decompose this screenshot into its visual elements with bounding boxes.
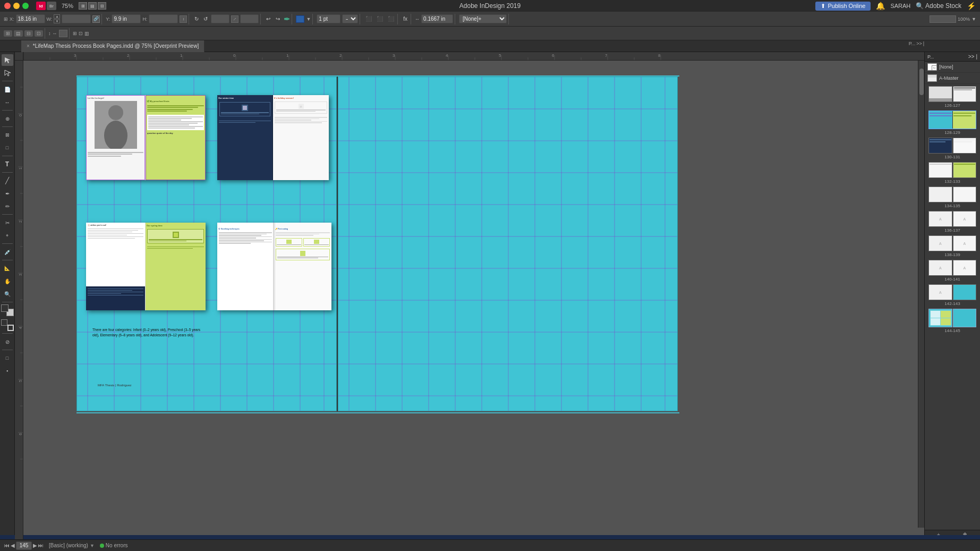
fullscreen-button[interactable] (22, 3, 29, 9)
fill-stroke-selector[interactable] (1, 319, 14, 331)
last-page-btn[interactable]: ⏭ (38, 542, 44, 548)
page-label-130-131: 130-131 (944, 155, 960, 159)
errors-status[interactable]: No errors (100, 542, 128, 548)
app-title: Adobe InDesign 2019 (459, 2, 521, 10)
notifications-icon[interactable]: 🔔 (876, 2, 885, 10)
rectangle-frame-tool[interactable]: ⊠ (2, 129, 13, 141)
first-page-btn[interactable]: ⏮ (4, 542, 10, 548)
spread-thumb-138-139[interactable]: A A 138-139 (926, 235, 979, 257)
view-mode-btn[interactable]: ⊞ (79, 2, 87, 10)
view-normal-btn[interactable]: □ (2, 352, 13, 364)
scissors-tool[interactable]: ✂ (2, 217, 13, 228)
minimize-button[interactable] (13, 3, 20, 9)
svg-text:1: 1 (19, 167, 22, 169)
spread-thumb-134-135[interactable]: 134-135 (926, 187, 979, 208)
prev-page-btn[interactable]: ◀ (11, 542, 15, 548)
y-input[interactable] (112, 14, 141, 23)
vertical-scrollbar[interactable] (918, 61, 924, 528)
rotate-input[interactable] (211, 14, 229, 23)
align-left-btn[interactable]: ⬛ (364, 15, 373, 22)
spread-thumb-128-129[interactable]: 128-129 (926, 111, 979, 135)
book-spread-1[interactable]: Let the fun begin! (86, 95, 206, 180)
measure-tool[interactable]: 📐 (2, 262, 13, 274)
book-spread-2[interactable]: Our winter time (217, 95, 329, 180)
spread-thumb-130-131[interactable]: 130-131 (926, 138, 979, 159)
search-icon[interactable]: 🔍 Adobe Stock (916, 2, 961, 10)
rotate-ccw-btn[interactable]: ↺ (202, 15, 209, 22)
direct-selection-tool[interactable] (2, 67, 13, 79)
child-photo (95, 101, 137, 149)
publish-online-button[interactable]: ⬆ Publish Online (815, 2, 871, 11)
apply-none-btn[interactable]: ⊘ (2, 336, 13, 347)
spread-thumb-136-137[interactable]: A A 136-137 (926, 211, 979, 233)
panel-expand-icon[interactable]: >> (968, 54, 975, 60)
x-input[interactable] (16, 14, 45, 23)
page-tool[interactable]: 📄 (2, 83, 13, 95)
redo-btn[interactable]: ↪ (274, 15, 282, 22)
free-transform-tool[interactable]: ⌖ (2, 230, 13, 241)
none-swatch[interactable]: N [None] (925, 62, 980, 73)
rectangle-tool[interactable]: □ (2, 142, 13, 154)
spread-thumb-132-133[interactable]: 132-133 (926, 162, 979, 184)
page-number-input[interactable]: 145 (16, 541, 32, 550)
selection-tool[interactable] (2, 54, 13, 66)
page-label-142-143: 142-143 (944, 301, 960, 306)
ctrl-view-btn3[interactable]: ⊟ (24, 30, 33, 37)
stroke-weight-input[interactable] (317, 14, 340, 23)
spread1-left-title: Let the fun begin! (86, 95, 145, 100)
eyedropper-tool[interactable]: 💉 (2, 246, 13, 258)
close-button[interactable] (4, 3, 11, 9)
user-profile[interactable]: SARAH (890, 3, 910, 9)
pages-panel: P... >> | N [None] A-Master (924, 52, 980, 539)
shear-input[interactable] (240, 14, 259, 23)
book-spread-4[interactable]: ① Soothing techniques (217, 223, 331, 310)
spread-thumb-142-143[interactable]: A 142-143 (926, 284, 979, 306)
svg-text:2: 2 (127, 53, 130, 58)
content-collector-tool[interactable]: ⊕ (2, 113, 13, 124)
stroke-style-select[interactable]: — (342, 14, 358, 23)
pencil-tool[interactable]: ✏ (2, 200, 13, 212)
a-master-swatch[interactable]: A-Master (925, 73, 980, 84)
next-page-btn[interactable]: ▶ (33, 542, 37, 548)
document-tab[interactable]: × *LifeMap Thesis Process Book Pages.ind… (21, 40, 204, 52)
spacing-input[interactable] (421, 14, 453, 23)
ctrl-view-btn2[interactable]: ▤ (14, 30, 23, 37)
view-preview-btn[interactable]: ▪ (2, 365, 13, 377)
line-tool[interactable]: ╱ (2, 175, 13, 187)
pen-tool[interactable]: ✒ (2, 188, 13, 199)
zoom-tool[interactable]: 🔍 (2, 288, 13, 300)
type-tool[interactable]: T (2, 158, 13, 170)
effects-btn[interactable]: fx (402, 15, 409, 22)
view-toggle-group[interactable]: ⊞ ▤ ⊟ (79, 2, 106, 10)
fill-settings-icon[interactable]: ▼ (306, 16, 311, 22)
align-center-btn[interactable]: ⬛ (375, 15, 385, 22)
vertical-scrollbar-thumb[interactable] (919, 69, 924, 95)
ctrl-extra-icon2: ⊡ (79, 31, 83, 36)
view-mode-status[interactable]: [Basic] (working) ▼ (49, 542, 95, 548)
undo-btn[interactable]: ↩ (265, 15, 272, 22)
svg-text:4: 4 (19, 327, 22, 329)
book-spread-3[interactable]: ⚾ strikes you're out! (86, 223, 206, 310)
w-up-btn[interactable]: ▲ (54, 14, 60, 19)
screen-mode-btn[interactable]: ▤ (88, 2, 97, 10)
ctrl-distribute-icon[interactable] (59, 30, 67, 37)
spread-thumb-126-127[interactable]: 126-127 (926, 86, 979, 108)
pages-list: 126-127 128-129 (925, 84, 980, 530)
w-down-btn[interactable]: ▼ (54, 19, 60, 23)
align-right-btn[interactable]: ⬛ (386, 15, 396, 22)
fill-color[interactable] (296, 15, 304, 23)
panel-close-icon[interactable]: | (976, 54, 977, 60)
spread-thumb-140-141[interactable]: A A 140-141 (926, 260, 979, 282)
style-select[interactable]: [None]+ (459, 14, 507, 23)
color-selector[interactable] (1, 304, 14, 316)
tab-close-btn[interactable]: × (27, 43, 30, 49)
arrange-btn[interactable]: ⊟ (98, 2, 106, 10)
gap-tool[interactable]: ↔ (2, 96, 13, 108)
rotate-cw-btn[interactable]: ↻ (193, 15, 200, 22)
ctrl-view-btn4[interactable]: ⊡ (35, 30, 43, 37)
spread-thumb-144-145[interactable]: 144-145 (926, 309, 979, 333)
w-input[interactable] (62, 14, 91, 23)
hand-tool[interactable]: ✋ (2, 275, 13, 287)
ctrl-view-btn1[interactable]: ⊞ (4, 30, 12, 37)
h-input[interactable] (149, 14, 178, 23)
